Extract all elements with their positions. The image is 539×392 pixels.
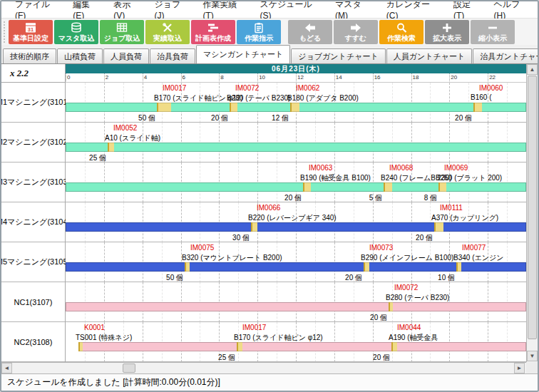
menu-item[interactable]: 表示(V) xyxy=(107,0,148,21)
tick-mark xyxy=(219,73,220,83)
toolbar-button-8[interactable]: すすむ xyxy=(334,20,378,44)
tab-4[interactable]: 治具負荷 xyxy=(150,48,195,63)
menu-item[interactable]: スケジュール(S) xyxy=(253,0,329,21)
scroll-down-button[interactable]: ▼ xyxy=(527,351,538,361)
scroll-right-button[interactable]: ► xyxy=(514,363,525,373)
order-code-label: IM0075 xyxy=(190,244,214,252)
toolbar-button-5[interactable]: 計画表作成 xyxy=(191,20,235,44)
order-code-label: IM0072 xyxy=(235,84,259,92)
search-icon xyxy=(395,22,408,34)
machine-schedule-bar[interactable] xyxy=(66,143,526,152)
setup-segment[interactable] xyxy=(185,262,190,272)
date-header: 06月23日(木) xyxy=(66,64,526,73)
setup-segment[interactable] xyxy=(473,103,482,112)
order-code-label: IM0044 xyxy=(397,324,421,331)
setup-segment[interactable] xyxy=(384,182,392,192)
item-desc-label: B340 (エンジン xyxy=(453,253,503,263)
v-scrollbar[interactable]: ▲ ▼ xyxy=(526,64,538,362)
order-code-label: IM0052 xyxy=(113,124,137,132)
toolbar-button-label: 基準日設定 xyxy=(13,34,48,42)
scroll-left-button[interactable]: ◄ xyxy=(1,363,12,373)
tick-label: 14 xyxy=(336,74,342,81)
app-window: ファイル(F)編集(E)表示(V)ジョブ(J)作業実績(T)スケジュール(S)マ… xyxy=(0,0,539,392)
machine-schedule-bar[interactable] xyxy=(66,222,526,232)
arrow-left-icon xyxy=(303,22,317,34)
toolbar-gripper xyxy=(4,21,6,43)
menu-item[interactable]: 編集(E) xyxy=(66,0,107,21)
toolbar-button-label: すすむ xyxy=(345,34,367,42)
toolbar-button-label: 作業指示 xyxy=(245,34,273,42)
menu-item[interactable]: 作業実績(T) xyxy=(196,0,253,21)
tab-5[interactable]: マシンガントチャート xyxy=(196,45,290,63)
order-code-label: IM0111 xyxy=(440,204,463,212)
toolbar-button-7[interactable]: もどる xyxy=(288,20,332,44)
setup-segment[interactable] xyxy=(157,103,171,112)
machine-schedule-bar[interactable] xyxy=(66,302,526,311)
menu-item[interactable]: ヘルプ(H) xyxy=(488,0,538,21)
setup-segment[interactable] xyxy=(389,302,393,311)
tab-6[interactable]: ジョブガントチャート xyxy=(291,48,385,63)
toolbar-button-label: 縮小表示 xyxy=(478,34,507,42)
toolbar-button-label: マスタ取込 xyxy=(58,34,95,42)
toolbar-button-1[interactable]: 31基準日設定 xyxy=(9,20,53,44)
toolbar-button-11[interactable]: 縮小表示 xyxy=(471,20,515,44)
tab-7[interactable]: 人員ガントチャート xyxy=(386,48,473,63)
tab-1[interactable]: 技術的順序 xyxy=(3,48,56,63)
menu-bar: ファイル(F)編集(E)表示(V)ジョブ(J)作業実績(T)スケジュール(S)マ… xyxy=(1,1,538,19)
svg-text:31: 31 xyxy=(28,26,34,32)
tick-label: 0 xyxy=(67,74,70,81)
toolbar-button-label: 計画表作成 xyxy=(195,34,231,42)
item-desc-label: B320 (マウントプレート B200) xyxy=(182,253,282,263)
item-desc-label: B220 (レバーシブギア 340) xyxy=(248,213,337,223)
scroll-up-button[interactable]: ▲ xyxy=(527,64,538,75)
tab-8[interactable]: 治具ガントチャート xyxy=(473,48,539,63)
setup-segment[interactable] xyxy=(230,103,237,112)
setup-segment[interactable] xyxy=(434,222,443,232)
setup-segment[interactable] xyxy=(237,342,242,351)
setup-segment[interactable] xyxy=(290,103,299,112)
toolbar-button-3[interactable]: ジョブ取込 xyxy=(100,20,144,44)
setup-segment[interactable] xyxy=(303,182,311,192)
time-axis: 0246810121416182022 xyxy=(66,73,526,83)
setup-segment[interactable] xyxy=(251,222,257,232)
quantity-label: 25 個 xyxy=(66,153,106,163)
menu-item[interactable]: カレンダー(C) xyxy=(380,0,447,21)
setup-segment[interactable] xyxy=(78,342,83,351)
order-code-label: IM0066 xyxy=(257,204,280,212)
setup-segment[interactable] xyxy=(391,342,397,351)
h-scrollbar[interactable]: ◄ ► xyxy=(1,362,526,373)
tick-mark xyxy=(373,73,374,83)
machine-schedule-bar[interactable] xyxy=(78,342,526,351)
setup-segment[interactable] xyxy=(108,143,114,152)
setup-segment[interactable] xyxy=(438,182,446,192)
toolbar-button-10[interactable]: 拡大表示 xyxy=(425,20,469,44)
setup-segment[interactable] xyxy=(456,262,461,272)
tab-3[interactable]: 人員負荷 xyxy=(103,48,149,63)
status-message: スケジュールを作成しました [計算時間:0.00分(0.01分)] xyxy=(7,376,220,388)
toolbar-button-4[interactable]: 実績取込 xyxy=(145,20,190,44)
item-desc-label: A370 (カップリング) xyxy=(431,213,498,223)
menu-item[interactable]: ファイル(F) xyxy=(9,0,66,21)
tab-2[interactable]: 山積負荷 xyxy=(57,48,103,63)
toolbar-button-6[interactable]: 作業指示 xyxy=(237,20,281,44)
menu-item[interactable]: マスタ(M) xyxy=(329,0,380,21)
gantt-rows: IM0017B170 (スライド軸ピン φ12)50 個IM0072B280 (… xyxy=(66,83,526,362)
menu-item[interactable]: 設定(T) xyxy=(447,0,488,21)
order-code-label: K0001 xyxy=(84,324,105,331)
machine-schedule-bar[interactable] xyxy=(66,182,526,192)
zoom-factor-label: x 2.2 xyxy=(10,68,29,79)
status-bar: スケジュールを作成しました [計算時間:0.00分(0.01分)] xyxy=(1,373,538,391)
arrow-right-icon xyxy=(349,22,363,34)
item-desc-label: B170 (スライド軸ピン φ12) xyxy=(234,333,323,343)
toolbar-button-9[interactable]: 作業検索 xyxy=(379,20,423,44)
toolbar-button-2[interactable]: マスタ取込 xyxy=(54,20,98,44)
scrollbar-corner xyxy=(526,362,538,373)
setup-segment[interactable] xyxy=(364,262,369,272)
machine-row-label: NC2(3108) xyxy=(1,322,65,362)
tick-label: 16 xyxy=(374,74,381,81)
h-scroll-thumb[interactable] xyxy=(123,363,135,373)
menu-item[interactable]: ジョブ(J) xyxy=(148,0,197,21)
v-scroll-thumb[interactable] xyxy=(528,76,537,339)
tick-mark xyxy=(296,73,297,83)
tick-label: 6 xyxy=(183,74,185,81)
